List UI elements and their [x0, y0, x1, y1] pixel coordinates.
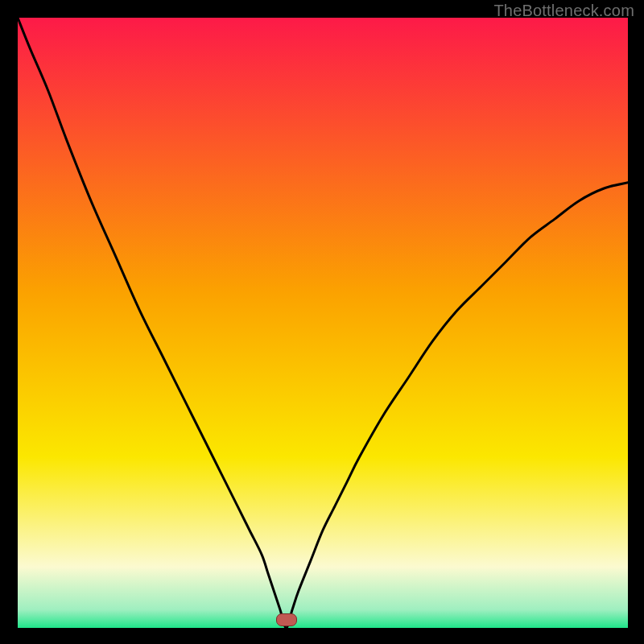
plot-area [18, 18, 628, 628]
optimal-point-marker [276, 613, 297, 626]
chart-container: TheBottleneck.com [0, 0, 644, 644]
bottleneck-curve [18, 18, 628, 628]
